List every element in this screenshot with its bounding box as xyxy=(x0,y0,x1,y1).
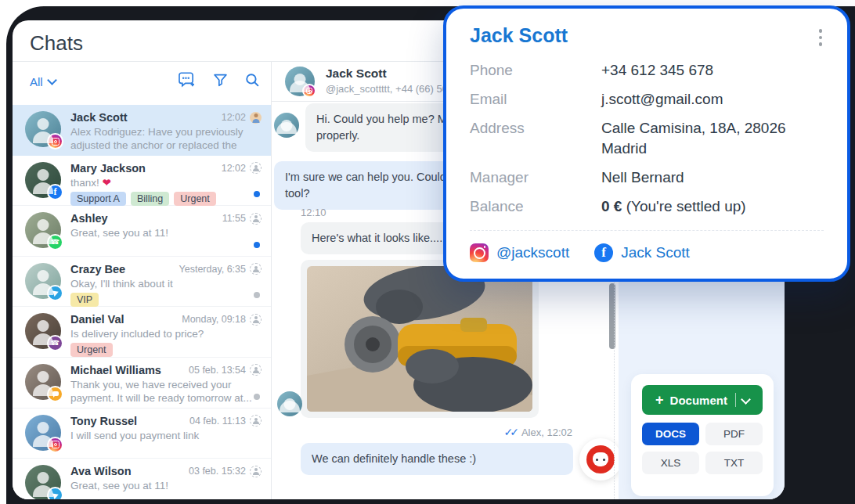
avatar xyxy=(25,364,61,400)
angle-grinder-photo xyxy=(307,266,532,412)
message-avatar xyxy=(274,113,299,138)
avatar xyxy=(25,263,61,299)
contact-name: Crazy Bee xyxy=(70,263,179,275)
social-links: @jackscott f Jack Scott xyxy=(470,243,690,262)
field-label-address: Address xyxy=(470,118,601,159)
message-preview: Alex Rodriguez: Have you previously adju… xyxy=(70,125,262,152)
facebook-badge-icon: f xyxy=(47,184,63,200)
field-label-manager: Manager xyxy=(470,167,601,188)
instagram-icon xyxy=(470,243,489,262)
contact-fields: Phone +34 612 345 678 Email j.scott@gmai… xyxy=(470,60,830,217)
message-time: 05 feb. 13:54 xyxy=(189,365,246,376)
field-label-balance: Balance xyxy=(470,196,601,217)
avatar: f xyxy=(25,162,61,198)
tag-support: Support A xyxy=(70,192,126,206)
avatar xyxy=(25,111,61,147)
tab-xls[interactable]: XLS xyxy=(642,452,699,474)
tag-vip: VIP xyxy=(70,293,99,307)
telegram-badge-icon xyxy=(47,285,63,301)
contact-name: Daniel Val xyxy=(70,313,182,326)
contact-name: Ava Wilson xyxy=(70,465,189,477)
incoming-message: Here's what it looks like.... xyxy=(301,222,453,254)
add-document-label: Document xyxy=(670,394,727,407)
page-title: Chats xyxy=(30,31,83,56)
tab-txt[interactable]: TXT xyxy=(705,452,763,474)
instagram-link[interactable]: @jackscott xyxy=(496,244,569,261)
contact-card-popup: Jack Scott Phone +34 612 345 678 Email j… xyxy=(443,5,850,282)
button-separator xyxy=(735,393,736,407)
chat-list-item-daniel-val[interactable]: ☎ Daniel Val Monday, 09:18 Is delivery i… xyxy=(13,307,271,358)
chat-list-item-mary-jackson[interactable]: f Mary Jackson 12:02 thanx! ❤ Support A … xyxy=(13,156,271,207)
message-preview: Great, see you at 11! xyxy=(70,479,262,492)
field-value-manager: Nell Bernard xyxy=(601,167,830,188)
tag-urgent: Urgent xyxy=(174,192,216,206)
plus-icon: + xyxy=(655,392,664,409)
message-time: Monday, 09:18 xyxy=(182,314,246,325)
viber-badge-icon: ☎ xyxy=(47,335,63,351)
contact-name: Michael Williams xyxy=(70,364,189,376)
unassigned-icon xyxy=(250,263,262,275)
chevron-down-icon xyxy=(47,75,57,85)
date-separator: 12:10 xyxy=(301,207,326,218)
message-time: 11:55 xyxy=(222,213,246,224)
field-value-email: j.scott@gmail.com xyxy=(601,89,830,110)
unassigned-icon xyxy=(250,415,262,427)
telegram-badge-icon xyxy=(47,487,63,499)
new-chat-icon[interactable] xyxy=(179,72,196,88)
message-time: 12:02 xyxy=(222,112,246,123)
contact-card-title: Jack Scott xyxy=(470,24,568,47)
tab-docs[interactable]: DOCS xyxy=(642,423,699,445)
message-preview: thanx! xyxy=(70,177,99,189)
add-document-button[interactable]: + Document xyxy=(642,385,763,415)
chat-list-item-ashley[interactable]: ☎ Ashley 11:55 Great, see you at 11! xyxy=(13,206,271,257)
chat-list-header: All xyxy=(13,61,271,105)
tab-pdf[interactable]: PDF xyxy=(705,423,763,445)
field-label-phone: Phone xyxy=(470,60,601,81)
facebook-link[interactable]: Jack Scott xyxy=(621,244,690,261)
chevron-down-icon xyxy=(741,394,751,405)
message-time: Yesterday, 6:35 xyxy=(179,264,246,275)
conversation-contact-name: Jack Scott xyxy=(326,67,387,81)
livechat-badge-icon xyxy=(47,386,63,402)
avatar xyxy=(25,415,61,451)
facebook-icon: f xyxy=(594,243,613,262)
instagram-badge-icon xyxy=(47,437,63,453)
unassigned-icon xyxy=(250,364,262,376)
chat-list-item-crazy-bee[interactable]: Crazy Bee Yesterday, 6:35 Okay, I'll thi… xyxy=(13,257,271,308)
balance-value: 0 € xyxy=(601,198,622,214)
balance-note: (You're settled up) xyxy=(626,198,746,214)
contact-name: Tony Russel xyxy=(70,415,189,427)
unassigned-icon xyxy=(250,466,262,477)
double-check-icon: ✓✓ xyxy=(503,426,515,438)
chat-list-item-michael-williams[interactable]: Michael Williams 05 feb. 13:54 Thank you… xyxy=(13,358,271,409)
kebab-menu-icon[interactable] xyxy=(816,26,826,49)
popup-divider xyxy=(470,230,824,231)
assignee-avatar-icon xyxy=(250,112,262,124)
chat-list-item-jack-scott[interactable]: Jack Scott 12:02 Alex Rodriguez: Have yo… xyxy=(13,105,271,156)
chat-list-item-tony-russel[interactable]: Tony Russel 04 feb. 11:13 I will send yo… xyxy=(13,409,271,459)
receipt-text: Alex, 12:02 xyxy=(521,427,572,438)
search-icon[interactable] xyxy=(245,73,260,88)
instagram-badge-icon xyxy=(47,133,63,149)
unassigned-icon xyxy=(250,162,262,174)
field-value-phone: +34 612 345 678 xyxy=(601,60,830,81)
message-preview: Great, see you at 11! xyxy=(70,226,262,239)
instagram-badge-icon xyxy=(302,84,316,98)
unread-dot xyxy=(254,242,260,248)
avatar: ☎ xyxy=(25,212,61,248)
avatar xyxy=(25,465,61,499)
chat-list: Jack Scott 12:02 Alex Rodriguez: Have yo… xyxy=(13,105,271,499)
message-preview: Okay, I'll think about it xyxy=(70,277,262,290)
chat-filter-dropdown[interactable]: All xyxy=(30,75,56,88)
chat-list-item-ava-wilson[interactable]: Ava Wilson 03 feb. 15:32 Great, see you … xyxy=(13,459,271,499)
tag-urgent: Urgent xyxy=(70,343,113,357)
message-time: 03 feb. 15:32 xyxy=(189,466,246,477)
read-receipt: ✓✓Alex, 12:02 xyxy=(388,426,572,438)
field-label-email: Email xyxy=(470,89,601,110)
heart-icon: ❤ xyxy=(103,177,111,189)
message-preview: I will send you payment link xyxy=(70,429,262,442)
image-message[interactable] xyxy=(301,260,539,418)
filter-icon[interactable] xyxy=(213,73,228,88)
whatsapp-badge-icon: ☎ xyxy=(47,234,63,250)
message-avatar xyxy=(277,391,302,416)
